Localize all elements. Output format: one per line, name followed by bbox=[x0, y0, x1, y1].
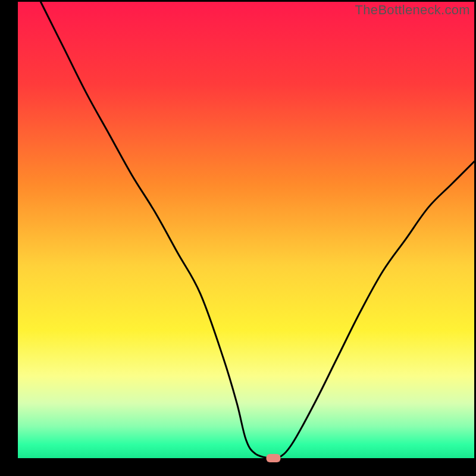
chart-container: TheBottleneck.com bbox=[0, 0, 476, 476]
selected-point-marker bbox=[267, 454, 281, 462]
watermark-text: TheBottleneck.com bbox=[355, 2, 470, 18]
bottleneck-chart bbox=[0, 0, 476, 476]
chart-plot-area bbox=[18, 2, 474, 458]
